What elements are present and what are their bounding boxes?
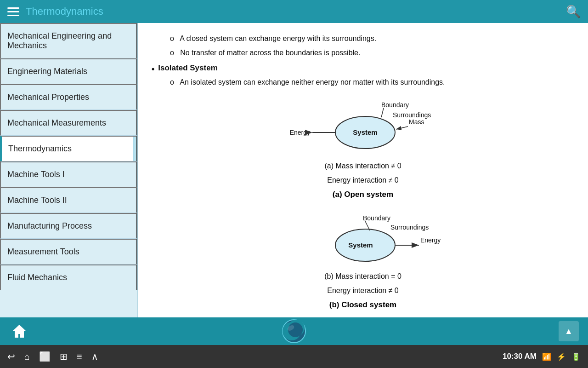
- bullet-icon: •: [152, 64, 154, 74]
- svg-text:System: System: [348, 241, 373, 249]
- bottom-bar: ▲: [0, 317, 588, 345]
- svg-line-3: [381, 108, 384, 117]
- recent-apps-icon[interactable]: ⬜: [39, 351, 51, 362]
- diagram-b-svg: System Boundary Surroundings Energy: [285, 213, 441, 268]
- sidebar-item-fluid-mechanics[interactable]: Fluid Mechanics: [0, 264, 137, 290]
- svg-text:Boundary: Boundary: [363, 214, 390, 222]
- svg-text:Mass: Mass: [409, 118, 424, 126]
- sidebar-item-machine-tools-1[interactable]: Machine Tools I: [0, 161, 137, 187]
- time-display: 10:30 AM: [503, 352, 537, 361]
- sidebar-item-manufacturing-process[interactable]: Manufacturing Process: [0, 213, 137, 239]
- screenshot-icon[interactable]: ⊞: [60, 351, 68, 362]
- svg-marker-20: [12, 325, 26, 338]
- sidebar-item-measurement-tools[interactable]: Measurement Tools: [0, 239, 137, 264]
- diagrams-area: System Boundary Surroundings Mass Energy: [152, 98, 574, 317]
- sidebar-item-mechanical-properties[interactable]: Mechanical Properties: [0, 84, 137, 110]
- crescent-logo: [282, 319, 306, 344]
- sidebar-item-mechanical-measurements[interactable]: Mechanical Measurements: [0, 110, 137, 136]
- diagram-b-title: (b) Closed system: [285, 300, 441, 310]
- sidebar-item-machine-tools-2[interactable]: Machine Tools II: [0, 187, 137, 213]
- diagram-a: System Boundary Surroundings Mass Energy: [285, 98, 441, 199]
- home-status-icon[interactable]: ⌂: [24, 351, 30, 362]
- header-left: Thermodynamics: [7, 6, 103, 17]
- svg-line-6: [396, 126, 408, 129]
- diagram-a-interaction2: Energy interaction ≠ 0: [285, 174, 441, 186]
- menu-button[interactable]: [7, 7, 19, 16]
- sidebar-item-thermodynamics[interactable]: Thermodynamics: [0, 136, 137, 161]
- sidebar-item-engineering-materials[interactable]: Engineering Materials: [0, 58, 137, 84]
- menu-status-icon[interactable]: ≡: [77, 351, 82, 362]
- main-content: o A closed system can exchange energy wi…: [138, 23, 588, 317]
- wifi-icon: 📶: [542, 352, 551, 361]
- up-nav-icon[interactable]: ∧: [91, 351, 98, 362]
- isolated-system-heading: • Isolated System: [152, 63, 574, 74]
- svg-text:Boundary: Boundary: [381, 101, 409, 109]
- content-line-1: o A closed system can exchange energy wi…: [152, 32, 574, 45]
- back-icon[interactable]: ↩: [7, 351, 15, 362]
- battery-icon: 🔋: [571, 352, 581, 361]
- diagram-b: System Boundary Surroundings Energy: [285, 213, 441, 310]
- header-title: Thermodynamics: [26, 6, 103, 17]
- content-line-2: o No transfer of matter across the bound…: [152, 46, 574, 59]
- signal-icon: ⚡: [557, 352, 566, 361]
- isolated-heading-text: Isolated System: [158, 63, 217, 73]
- search-icon[interactable]: 🔍: [566, 5, 581, 19]
- diagram-b-interaction1: (b) Mass interaction = 0: [285, 270, 441, 282]
- diagram-a-interaction1: (a) Mass interaction ≠ 0: [285, 160, 441, 172]
- sidebar-item-mechanical-engineering[interactable]: Mechanical Engineering and Mechanics: [0, 23, 137, 58]
- svg-text:Surroundings: Surroundings: [393, 111, 431, 119]
- status-right: 10:30 AM 📶 ⚡ 🔋: [503, 352, 581, 361]
- svg-text:Energy: Energy: [420, 236, 441, 244]
- svg-text:Surroundings: Surroundings: [390, 224, 429, 231]
- svg-text:Energy: Energy: [290, 129, 310, 136]
- home-button[interactable]: [9, 321, 29, 341]
- isolated-text: o An isolated system can exchange neithe…: [152, 76, 574, 88]
- svg-text:System: System: [353, 128, 377, 136]
- diagram-a-svg: System Boundary Surroundings Mass Energy: [285, 98, 441, 158]
- scroll-up-button[interactable]: ▲: [559, 321, 579, 341]
- diagram-a-title: (a) Open system: [285, 190, 441, 199]
- app-header: Thermodynamics 🔍: [0, 0, 588, 23]
- sidebar: Mechanical Engineering and MechanicsEngi…: [0, 23, 138, 317]
- status-left-icons: ↩ ⌂ ⬜ ⊞ ≡ ∧: [7, 351, 98, 362]
- status-bar: ↩ ⌂ ⬜ ⊞ ≡ ∧ 10:30 AM 📶 ⚡ 🔋: [0, 345, 588, 368]
- diagram-b-interaction2: Energy interaction ≠ 0: [285, 284, 441, 297]
